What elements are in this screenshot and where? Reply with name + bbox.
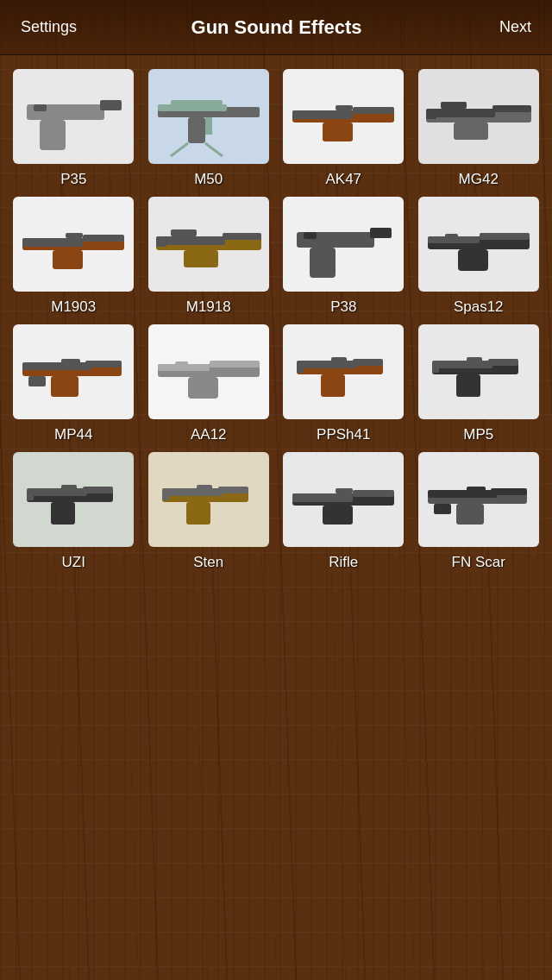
gun-label-m50: M50 [194,171,223,188]
svg-rect-14 [323,122,353,141]
svg-rect-4 [104,103,120,108]
svg-rect-92 [434,504,451,514]
svg-rect-43 [458,249,488,271]
gun-image-fn_scar [418,452,539,547]
gun-image-m1903 [13,197,134,292]
gun-item-ppsh41[interactable]: PPSh41 [280,324,407,443]
svg-rect-85 [292,495,301,502]
svg-rect-84 [353,490,394,497]
svg-rect-89 [456,504,484,525]
svg-rect-35 [156,238,166,247]
gun-item-fn_scar[interactable]: FN Scar [416,452,543,571]
svg-line-10 [205,143,223,156]
gun-item-ak47[interactable]: AK47 [280,69,407,188]
gun-item-m1918[interactable]: M1918 [146,197,273,316]
gun-item-p35[interactable]: P35 [10,69,137,188]
gun-image-uzi [13,452,134,547]
gun-label-aa12: AA12 [191,426,227,443]
svg-rect-38 [310,248,336,278]
svg-rect-54 [188,377,218,399]
svg-rect-78 [218,487,248,493]
svg-rect-58 [297,361,357,368]
gun-item-aa12[interactable]: AA12 [146,324,273,443]
svg-rect-25 [22,238,83,247]
gun-grid: P35 M50 AK47 [0,55,552,597]
svg-rect-3 [34,104,47,111]
svg-rect-80 [162,492,169,500]
svg-rect-55 [210,361,260,368]
svg-rect-45 [445,234,458,239]
gun-item-p38[interactable]: P38 [280,197,407,316]
svg-rect-39 [304,232,317,239]
gun-label-m1903: M1903 [51,298,96,316]
gun-item-mp5[interactable]: MP5 [416,324,543,443]
svg-rect-91 [467,487,486,492]
settings-button[interactable]: Settings [14,11,84,43]
svg-rect-88 [428,490,497,498]
svg-rect-71 [51,502,75,525]
gun-image-sten [148,452,269,547]
svg-rect-15 [353,107,394,114]
gun-label-mg42: MG42 [459,171,499,188]
svg-rect-59 [321,374,345,397]
svg-rect-2 [40,120,66,150]
svg-rect-28 [22,240,31,247]
gun-image-aa12 [148,324,269,419]
gun-image-m50 [148,69,269,164]
svg-rect-67 [467,357,482,362]
page-title: Gun Sound Effects [84,16,469,39]
gun-label-p38: P38 [330,298,356,316]
svg-rect-7 [188,117,205,143]
gun-label-uzi: UZI [62,554,85,571]
svg-rect-90 [491,488,527,495]
gun-image-m1918 [148,197,269,292]
svg-rect-56 [175,361,188,367]
svg-rect-27 [83,235,124,242]
svg-rect-64 [432,361,492,368]
svg-rect-65 [456,374,480,397]
svg-rect-6 [158,104,227,111]
gun-label-ppsh41: PPSh41 [317,426,370,443]
svg-rect-79 [197,485,212,490]
svg-rect-83 [323,506,353,525]
gun-image-p38 [283,197,404,292]
gun-label-m1918: M1918 [186,298,231,316]
svg-rect-23 [426,110,436,119]
svg-rect-72 [83,487,113,493]
gun-label-rifle: Rifle [329,554,358,571]
gun-image-p35 [13,69,134,164]
gun-label-spas12: Spas12 [454,298,504,316]
svg-rect-16 [292,112,301,119]
svg-rect-61 [331,357,347,362]
gun-label-p35: P35 [60,171,86,188]
gun-label-mp5: MP5 [463,426,493,443]
gun-image-ak47 [283,69,404,164]
svg-rect-50 [61,359,80,364]
gun-image-ppsh41 [283,324,404,419]
gun-item-uzi[interactable]: UZI [10,452,137,571]
gun-item-rifle[interactable]: Rifle [280,452,407,571]
svg-rect-62 [297,364,304,373]
gun-image-mp44 [13,324,134,419]
gun-item-m50[interactable]: M50 [146,69,273,188]
gun-image-rifle [283,452,404,547]
svg-rect-29 [66,233,83,238]
svg-rect-82 [292,493,353,502]
svg-rect-48 [51,376,78,397]
gun-item-sten[interactable]: Sten [146,452,273,571]
next-button[interactable]: Next [469,11,538,43]
svg-rect-44 [480,233,530,240]
svg-rect-86 [336,488,353,493]
svg-rect-51 [28,376,46,386]
svg-rect-20 [454,122,488,140]
gun-item-m1903[interactable]: M1903 [10,197,137,316]
svg-rect-26 [53,250,83,269]
gun-item-mg42[interactable]: MG42 [416,69,543,188]
svg-rect-77 [186,502,210,525]
gun-item-mp44[interactable]: MP44 [10,324,137,443]
gun-item-spas12[interactable]: Spas12 [416,197,543,316]
svg-rect-8 [171,100,223,105]
svg-rect-73 [61,485,77,490]
svg-rect-68 [432,364,439,373]
gun-image-mp5 [418,324,539,419]
